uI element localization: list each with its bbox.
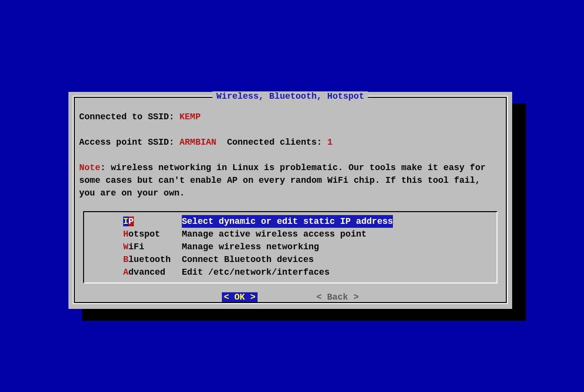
ok-button[interactable]: < OK > xyxy=(222,292,258,302)
note-text: Note: wireless networking in Linux is pr… xyxy=(79,161,501,199)
menu-item-label: IP xyxy=(123,215,182,228)
menu-item-bluetooth[interactable]: BluetoothConnect Bluetooth devices xyxy=(84,253,497,266)
dialog-box: Wireless, Bluetooth, Hotspot Connected t… xyxy=(68,92,512,309)
menu-item-desc: Connect Bluetooth devices xyxy=(182,253,314,266)
ap-line: Access point SSID: ARMBIAN Connected cli… xyxy=(79,136,501,149)
menu-box: IPSelect dynamic or edit static IP addre… xyxy=(83,211,497,283)
clients-count-value: 1 xyxy=(327,137,333,147)
menu-item-desc: Edit /etc/network/interfaces xyxy=(182,266,329,279)
ap-ssid-value: ARMBIAN xyxy=(179,137,216,147)
menu-item-label: Bluetooth xyxy=(123,253,182,266)
menu-item-advanced[interactable]: AdvancedEdit /etc/network/interfaces xyxy=(84,266,497,279)
menu-item-ip[interactable]: IPSelect dynamic or edit static IP addre… xyxy=(84,215,497,228)
inner-frame xyxy=(74,97,75,303)
menu-item-desc: Select dynamic or edit static IP address xyxy=(182,215,393,228)
dialog-content: Connected to SSID: KEMP Access point SSI… xyxy=(79,110,501,209)
connected-ssid-value: KEMP xyxy=(179,112,200,122)
back-button[interactable]: < Back > xyxy=(317,292,359,302)
menu-item-label: Advanced xyxy=(123,266,182,279)
button-row: < OK > < Back > xyxy=(68,292,512,302)
menu-item-desc: Manage active wireless access point xyxy=(182,228,367,240)
menu-item-label: WiFi xyxy=(123,240,182,253)
inner-frame xyxy=(74,302,507,303)
menu-item-label: Hotspot xyxy=(123,228,182,240)
menu-item-desc: Manage wireless networking xyxy=(182,240,319,253)
menu-item-wifi[interactable]: WiFiManage wireless networking xyxy=(84,240,497,253)
connected-line: Connected to SSID: KEMP xyxy=(79,110,501,123)
menu-item-hotspot[interactable]: HotspotManage active wireless access poi… xyxy=(84,228,497,240)
note-label: Note xyxy=(79,163,100,173)
inner-frame xyxy=(506,97,507,303)
dialog-title: Wireless, Bluetooth, Hotspot xyxy=(213,91,368,101)
